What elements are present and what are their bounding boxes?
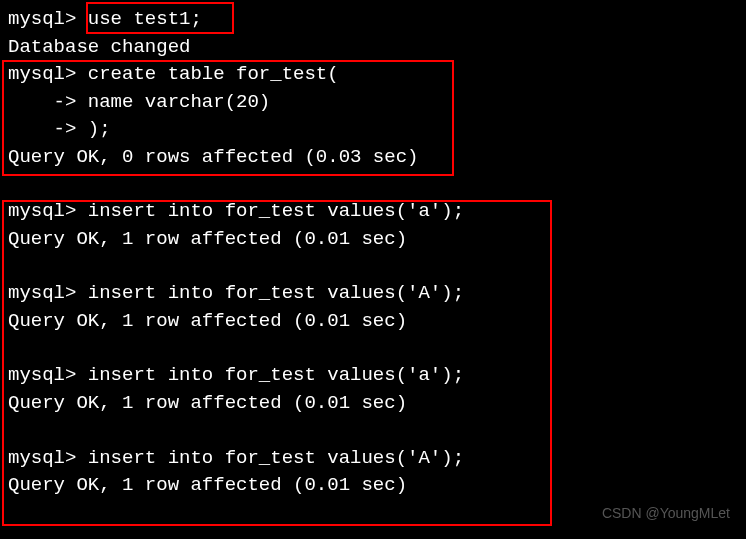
terminal-line: -> ); bbox=[8, 116, 738, 144]
terminal-line: mysql> create table for_test( bbox=[8, 61, 738, 89]
terminal-line: Query OK, 0 rows affected (0.03 sec) bbox=[8, 144, 738, 172]
terminal-line: mysql> insert into for_test values('A'); bbox=[8, 445, 738, 473]
terminal-line: -> name varchar(20) bbox=[8, 89, 738, 117]
terminal-line: mysql> insert into for_test values('a'); bbox=[8, 198, 738, 226]
blank-line bbox=[8, 418, 738, 445]
terminal-output: mysql> use test1; Database changed mysql… bbox=[8, 6, 738, 500]
terminal-line: Database changed bbox=[8, 34, 738, 62]
watermark-text: CSDN @YoungMLet bbox=[602, 503, 730, 523]
terminal-line: Query OK, 1 row affected (0.01 sec) bbox=[8, 390, 738, 418]
blank-line bbox=[8, 171, 738, 198]
terminal-line: Query OK, 1 row affected (0.01 sec) bbox=[8, 472, 738, 500]
terminal-line: mysql> use test1; bbox=[8, 6, 738, 34]
terminal-line: mysql> insert into for_test values('a'); bbox=[8, 362, 738, 390]
blank-line bbox=[8, 253, 738, 280]
terminal-line: Query OK, 1 row affected (0.01 sec) bbox=[8, 308, 738, 336]
terminal-line: mysql> insert into for_test values('A'); bbox=[8, 280, 738, 308]
terminal-line: Query OK, 1 row affected (0.01 sec) bbox=[8, 226, 738, 254]
blank-line bbox=[8, 335, 738, 362]
